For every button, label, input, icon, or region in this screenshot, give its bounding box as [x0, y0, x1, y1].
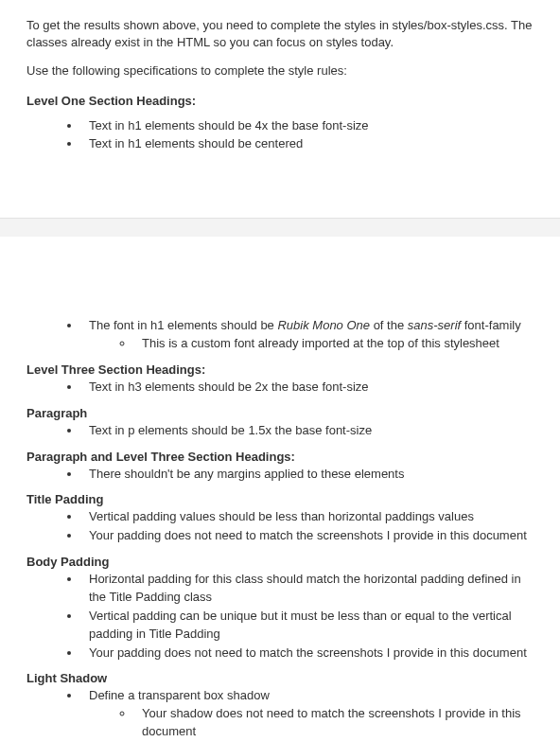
text: Define a transparent box shadow — [89, 688, 270, 702]
list-item: Text in h1 elements should be 4x the bas… — [81, 117, 534, 135]
font-list: The font in h1 elements should be Rubik … — [26, 317, 534, 353]
paragraph-heading: Paragraph — [26, 406, 534, 420]
level-one-list: Text in h1 elements should be 4x the bas… — [26, 117, 534, 154]
page-gap-divider — [0, 218, 560, 237]
list-item: Vertical padding can be unique but it mu… — [81, 608, 534, 644]
list-item: There shouldn't be any margins applied t… — [81, 466, 534, 484]
body-padding-heading: Body Padding — [26, 555, 534, 569]
bottom-section: The font in h1 elements should be Rubik … — [0, 317, 560, 742]
paragraph-h3-list: There shouldn't be any margins applied t… — [26, 466, 534, 484]
text: The font in h1 elements should be — [89, 318, 277, 332]
font-name-emphasis: Rubik Mono One — [277, 318, 370, 332]
font-family-emphasis: sans-serif — [408, 318, 461, 332]
shadow-sub-list: Your shadow does not need to match the s… — [89, 705, 534, 741]
title-padding-heading: Title Padding — [26, 492, 534, 506]
list-item: Text in p elements should be 1.5x the ba… — [81, 422, 534, 440]
list-item: Text in h1 elements should be centered — [81, 135, 534, 153]
list-item: Text in h3 elements should be 2x the bas… — [81, 379, 534, 397]
level-three-heading: Level Three Section Headings: — [26, 362, 534, 377]
level-three-list: Text in h3 elements should be 2x the bas… — [26, 379, 534, 397]
body-padding-list: Horizontal padding for this class should… — [26, 571, 534, 662]
list-item: Vertical padding values should be less t… — [81, 508, 534, 526]
title-padding-list: Vertical padding values should be less t… — [26, 508, 534, 545]
text: font-family — [461, 318, 521, 332]
subintro-paragraph: Use the following specifications to comp… — [26, 62, 534, 80]
list-item: Horizontal padding for this class should… — [81, 571, 534, 607]
font-sub-list: This is a custom font already imported a… — [89, 335, 534, 353]
paragraph-h3-heading: Paragraph and Level Three Section Headin… — [26, 450, 534, 464]
level-one-heading: Level One Section Headings: — [26, 94, 534, 108]
list-item: Your padding does not need to match the … — [81, 527, 534, 545]
list-item: Define a transparent box shadow Your sha… — [81, 687, 534, 741]
list-item: Your shadow does not need to match the s… — [134, 705, 534, 741]
list-item: This is a custom font already imported a… — [134, 335, 534, 353]
light-shadow-list: Define a transparent box shadow Your sha… — [26, 687, 534, 741]
paragraph-list: Text in p elements should be 1.5x the ba… — [26, 422, 534, 440]
intro-paragraph: To get the results shown above, you need… — [26, 17, 534, 51]
light-shadow-heading: Light Shadow — [26, 671, 534, 685]
text: of the — [370, 318, 408, 332]
list-item: Your padding does not need to match the … — [81, 645, 534, 662]
top-section: To get the results shown above, you need… — [0, 0, 560, 170]
list-item: The font in h1 elements should be Rubik … — [81, 317, 534, 353]
